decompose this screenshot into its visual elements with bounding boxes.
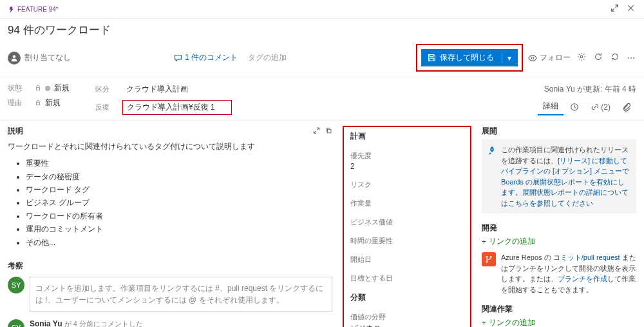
comment-input[interactable]: コメントを追加します。作業項目をリンクするには #、pull request を… [30, 277, 332, 312]
tab-history[interactable] [565, 100, 584, 114]
reason-value[interactable]: 新規 [35, 97, 61, 108]
effort-label[interactable]: 作業量 [350, 199, 464, 208]
add-dev-link[interactable]: + リンクの追加 [482, 236, 636, 247]
refresh-icon[interactable] [592, 51, 604, 64]
area-value[interactable]: クラウド導入計画 [122, 83, 192, 96]
classification-header: 分類 [350, 292, 464, 303]
lock-icon [35, 99, 41, 108]
description-header: 説明 [8, 126, 23, 137]
close-icon[interactable] [625, 3, 636, 15]
priority-label: 優先度 [350, 151, 464, 161]
gear-icon[interactable] [576, 51, 587, 64]
value-area-label: 価値の分野 [350, 312, 464, 322]
iteration-value[interactable]: クラウド導入計画¥反復 1 [122, 100, 232, 115]
description-intro[interactable]: ワークロードとそれに関連付けられているタグ付けについて説明します [8, 141, 332, 153]
start-label[interactable]: 開始日 [350, 255, 464, 264]
discussion-header: 考察 [8, 261, 332, 272]
description-list[interactable]: 重要性 データの秘密度 ワークロード タグ ビジネス グループ ワークロードの所… [26, 157, 332, 249]
comment-author: Sonia Yu [30, 319, 62, 327]
tc-label[interactable]: 時間の重要性 [350, 236, 464, 246]
assignee[interactable]: 割り当てなし [8, 52, 71, 64]
comment-time: が 4 分前にコメントした [64, 320, 143, 327]
state-label: 状態 [8, 83, 22, 93]
priority-value[interactable]: 2 [350, 162, 464, 171]
iteration-label: 反復 [95, 103, 109, 112]
save-close-button[interactable]: 保存して閉じる ▾ [421, 49, 518, 66]
tab-details[interactable]: 詳細 [538, 98, 564, 115]
follow-button[interactable]: フォロー [528, 52, 571, 63]
updated-by: Sonia Yu が更新: 午前 4 時 [544, 84, 636, 95]
avatar-current-user: SY [8, 277, 24, 293]
planning-header: 計画 [350, 131, 464, 142]
target-label[interactable]: 目標とする日 [350, 273, 464, 283]
svg-point-1 [531, 57, 534, 59]
value-area-value[interactable]: ビジネス [350, 323, 464, 327]
avatar-unassigned [8, 52, 21, 64]
svg-point-9 [486, 261, 488, 263]
rocket-icon [487, 146, 497, 208]
bv-label[interactable]: ビジネス価値 [350, 217, 464, 227]
development-header: 開発 [482, 223, 636, 233]
chevron-down-icon[interactable]: ▾ [502, 54, 511, 63]
reason-label: 理由 [8, 98, 22, 108]
avatar-commenter: SY [8, 319, 24, 327]
svg-rect-4 [37, 102, 40, 104]
copy-desc-icon[interactable] [325, 127, 332, 136]
svg-rect-3 [37, 87, 40, 90]
svg-point-8 [490, 256, 492, 258]
expand-icon[interactable] [609, 3, 620, 15]
branch-icon [482, 252, 496, 266]
related-header: 関連作業 [482, 304, 636, 315]
svg-point-2 [580, 55, 583, 58]
deployment-info: この作業項目に関連付けられたリリースを追跡するには、[リリース] に移動してパイ… [482, 139, 636, 213]
comment-count[interactable]: 1 件のコメント [174, 52, 238, 63]
svg-point-7 [486, 256, 488, 258]
feature-tag: FEATURE 94* [8, 6, 59, 13]
add-tag[interactable]: タグの追加 [248, 52, 287, 63]
deployment-header: 展開 [482, 126, 636, 137]
svg-point-0 [13, 55, 16, 58]
work-item-title[interactable]: 94 件のワークロード [0, 19, 644, 41]
svg-rect-6 [327, 129, 331, 133]
more-icon[interactable]: ⋯ [626, 52, 636, 64]
expand-desc-icon[interactable] [313, 127, 320, 136]
area-label: 区分 [95, 84, 109, 94]
tab-links[interactable]: (2) [585, 100, 616, 114]
add-related-link[interactable]: + リンクの追加 [482, 317, 636, 327]
revert-icon[interactable] [609, 51, 621, 64]
state-value[interactable]: 新規 [35, 83, 70, 94]
repo-info: Azure Repos の コミット/pull request またはブランチを… [482, 252, 636, 295]
risk-label[interactable]: リスク [350, 180, 464, 190]
tab-attachments[interactable] [617, 100, 636, 114]
lock-icon [35, 84, 41, 93]
